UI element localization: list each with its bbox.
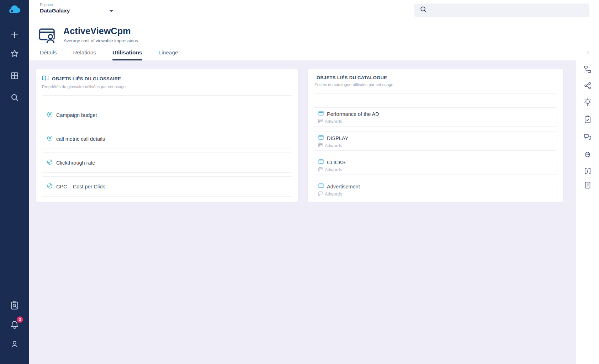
plus-icon [10, 30, 19, 41]
model-icon [318, 167, 323, 173]
share-button[interactable] [576, 81, 599, 91]
bell-icon: 3 [10, 320, 20, 331]
clipboard-search-icon [10, 300, 20, 311]
tab-details[interactable]: Détails [40, 49, 57, 60]
tab-bar: Détails Relations Utilisations Lineage [40, 49, 178, 60]
script-icon [583, 181, 592, 191]
topbar: Espace DataGalaxy [29, 0, 599, 20]
usage-entity-icon [38, 27, 57, 45]
link-property-icon [47, 183, 53, 190]
model-icon [318, 143, 323, 149]
profile-button[interactable] [0, 339, 29, 350]
global-search-bar[interactable] [414, 4, 589, 17]
right-toolbar [576, 20, 599, 364]
share-icon [583, 81, 592, 91]
user-icon [10, 339, 19, 350]
content-area: OBJETS LIÉS DU GLOSSAIRE Propriétés du g… [29, 60, 576, 364]
page-subtitle: Average cost of viewable impressions [64, 38, 138, 43]
audit-button[interactable] [0, 300, 29, 311]
datagalaxy-logo[interactable] [0, 3, 29, 17]
space-selector-value: DataGalaxy [40, 7, 115, 14]
add-button[interactable] [0, 30, 29, 41]
divider [42, 95, 292, 96]
app-root: 3 Espace DataGalaxy [0, 0, 599, 364]
catalog-item-row[interactable]: Performance of the AD Adwords [314, 107, 557, 127]
catalog-panel: OBJETS LIÉS DU CATALOGUE Entités du cata… [308, 69, 563, 202]
search-input[interactable] [431, 4, 589, 17]
tab-utilisations[interactable]: Utilisations [112, 49, 142, 60]
property-icon [47, 112, 53, 119]
catalog-item-row[interactable]: DISPLAY Adwords [314, 132, 557, 151]
page-title: ActiveViewCpm [63, 26, 131, 36]
model-icon [318, 191, 323, 197]
collapse-panel-button[interactable] [576, 48, 599, 58]
suggestions-button[interactable] [576, 98, 599, 108]
space-selector-label: Espace [40, 2, 115, 7]
catalog-item-row[interactable]: CLICKS Adwords [314, 156, 557, 175]
code-brackets-icon [583, 167, 592, 176]
glossary-item-row[interactable]: call metric call details [42, 129, 292, 149]
chevron-down-icon [110, 10, 113, 12]
catalog-item-row[interactable]: Advertisement Adwords [314, 180, 557, 199]
model-icon [318, 118, 323, 125]
notifications-button[interactable]: 3 [0, 320, 29, 330]
clipboard-check-icon [583, 115, 592, 125]
divider [314, 93, 557, 93]
comments-button[interactable] [576, 133, 599, 143]
chevron-left-icon [584, 49, 591, 57]
table-icon [318, 135, 324, 141]
modules-grid-button[interactable] [0, 71, 29, 81]
catalog-panel-subtitle: Entités du catalogue utilisées par cet u… [314, 82, 557, 87]
glossary-item-row[interactable]: CPC – Cost per Click [42, 176, 292, 197]
cloud-logo-icon [7, 5, 22, 16]
lightbulb-icon [583, 98, 592, 108]
diagram-button[interactable] [576, 65, 599, 75]
grid-icon [10, 71, 19, 81]
search-icon [10, 93, 19, 103]
property-icon [47, 135, 53, 143]
glossary-item-row[interactable]: Campaign budget [42, 105, 292, 125]
table-icon [318, 111, 324, 117]
glossary-panel: OBJETS LIÉS DU GLOSSAIRE Propriétés du g… [36, 69, 298, 202]
link-property-icon [47, 159, 53, 166]
space-selector[interactable]: Espace DataGalaxy [40, 2, 115, 18]
notifications-count-badge: 3 [17, 316, 23, 323]
page-header: ActiveViewCpm Average cost of viewable i… [29, 20, 599, 60]
catalog-panel-title: OBJETS LIÉS DU CATALOGUE [317, 75, 387, 80]
table-icon [318, 183, 324, 190]
code-button[interactable] [576, 166, 599, 176]
book-icon [42, 75, 49, 82]
left-sidebar: 3 [0, 0, 29, 364]
table-icon [318, 159, 324, 166]
glossary-panel-subtitle: Propriétés du glossaire utilisées par ce… [42, 85, 292, 89]
glossary-panel-title: OBJETS LIÉS DU GLOSSAIRE [52, 76, 121, 81]
script-button[interactable] [576, 181, 599, 191]
star-icon [10, 49, 19, 59]
sitemap-icon [583, 65, 592, 75]
tab-relations[interactable]: Relations [73, 49, 96, 60]
chat-bubbles-icon [583, 133, 592, 143]
tab-lineage[interactable]: Lineage [159, 49, 178, 60]
favorites-button[interactable] [0, 49, 29, 59]
search-nav-button[interactable] [0, 92, 29, 103]
search-icon [419, 5, 428, 15]
tasks-button[interactable] [576, 115, 599, 125]
robot-button[interactable] [576, 150, 599, 160]
glossary-item-row[interactable]: Clickthrough rate [42, 152, 292, 173]
robot-icon [583, 150, 592, 160]
